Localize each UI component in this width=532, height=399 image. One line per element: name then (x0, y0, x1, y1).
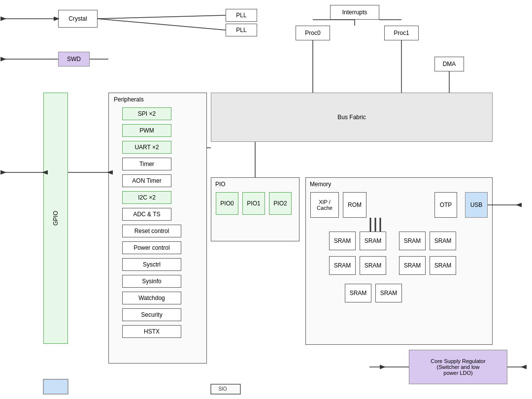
pll2-block: PLL (226, 24, 257, 36)
sram7-block: SRAM (399, 256, 426, 275)
hstx-block: HSTX (122, 325, 181, 338)
sram4-label: SRAM (434, 237, 452, 244)
pll1-label: PLL (236, 12, 246, 19)
otp-block: OTP (434, 192, 457, 218)
pio-label: PIO (215, 181, 226, 188)
watchdog-label: Watchdog (138, 295, 165, 301)
aon-timer-label: AON Timer (132, 177, 161, 184)
adc-ts-block: ADC & TS (122, 208, 171, 221)
power-control-block: Power control (122, 241, 181, 254)
sram9-label: SRAM (350, 290, 367, 297)
pio2-block: PIO2 (269, 192, 292, 215)
i2c-label: I2C ×2 (138, 194, 156, 201)
bus-fabric-label: Bus Fabric (337, 114, 366, 121)
crystal-block: Crystal (58, 10, 98, 28)
timer-block: Timer (122, 158, 171, 170)
rom-block: ROM (343, 192, 366, 218)
otp-label: OTP (440, 201, 452, 208)
spi-block: SPI ×2 (122, 107, 171, 120)
svg-text:SIO: SIO (218, 386, 227, 392)
rom-label: ROM (348, 201, 362, 208)
svg-rect-18 (211, 384, 240, 394)
gpio-block: GPIO (43, 93, 68, 344)
sram10-block: SRAM (375, 284, 402, 302)
uart-block: UART ×2 (122, 141, 171, 154)
adc-ts-label: ADC & TS (133, 211, 160, 218)
sysinfo-label: Sysinfo (142, 278, 161, 285)
xip-cache-label: XIP / Cache (317, 199, 332, 211)
sram3-block: SRAM (399, 232, 426, 250)
security-block: Security (122, 308, 181, 321)
pll1-block: PLL (226, 9, 257, 22)
pll2-label: PLL (236, 27, 246, 33)
core-supply-label: Core Supply Regulator (Switcher and low … (431, 358, 485, 376)
pio2-label: PIO2 (273, 200, 287, 207)
security-label: Security (141, 311, 162, 318)
reset-control-block: Reset control (122, 225, 181, 237)
sram2-label: SRAM (365, 237, 382, 244)
dma-label: DMA (443, 61, 456, 67)
sysinfo-block: Sysinfo (122, 275, 181, 288)
uart-label: UART ×2 (134, 144, 159, 151)
proc0-block: Proc0 (296, 26, 330, 40)
usb-label: USB (470, 201, 483, 208)
sysctrl-label: Sysctrl (143, 261, 161, 268)
svg-line-2 (98, 15, 226, 19)
timer-label: Timer (139, 161, 154, 167)
sram7-label: SRAM (404, 262, 421, 269)
i2c-block: I2C ×2 (122, 191, 171, 204)
sram2-block: SRAM (360, 232, 386, 250)
sram3-label: SRAM (404, 237, 421, 244)
swd-block: SWD (58, 52, 90, 66)
usb-block: USB (465, 192, 488, 218)
swd-label: SWD (67, 56, 81, 63)
sram1-label: SRAM (334, 237, 351, 244)
spi-label: SPI ×2 (138, 110, 156, 117)
interrupts-block: Interrupts (330, 5, 379, 20)
peripherals-label: Peripherals (114, 96, 144, 103)
svg-rect-17 (43, 379, 68, 394)
sram6-label: SRAM (365, 262, 382, 269)
watchdog-block: Watchdog (122, 292, 181, 304)
sram5-block: SRAM (329, 256, 356, 275)
sram10-label: SRAM (380, 290, 398, 297)
pio0-block: PIO0 (216, 192, 238, 215)
bus-fabric-block: Bus Fabric (211, 93, 493, 142)
power-control-label: Power control (133, 244, 169, 251)
reset-control-label: Reset control (134, 228, 169, 234)
crystal-label: Crystal (68, 15, 87, 22)
xip-cache-block: XIP / Cache (310, 192, 339, 218)
memory-label: Memory (310, 181, 331, 188)
pwm-block: PWM (122, 124, 171, 137)
pwm-label: PWM (139, 127, 154, 134)
sram1-block: SRAM (329, 232, 356, 250)
proc0-label: Proc0 (305, 30, 320, 36)
pio1-label: PIO1 (247, 200, 260, 207)
sysctrl-block: Sysctrl (122, 258, 181, 271)
interrupts-label: Interrupts (342, 9, 367, 16)
core-supply-block: Core Supply Regulator (Switcher and low … (409, 350, 507, 384)
sram9-block: SRAM (345, 284, 371, 302)
sram8-label: SRAM (434, 262, 452, 269)
sram4-block: SRAM (430, 232, 456, 250)
sram6-block: SRAM (360, 256, 386, 275)
pio1-block: PIO1 (242, 192, 265, 215)
sram5-label: SRAM (334, 262, 351, 269)
proc1-label: Proc1 (394, 30, 409, 36)
dma-block: DMA (434, 57, 464, 71)
proc1-block: Proc1 (384, 26, 419, 40)
hstx-label: HSTX (144, 328, 160, 335)
sram8-block: SRAM (430, 256, 456, 275)
svg-line-3 (98, 19, 226, 30)
gpio-label: GPIO (52, 211, 59, 226)
diagram-container: { "title": "RP2350 Block Diagram", "bloc… (0, 0, 532, 399)
aon-timer-block: AON Timer (122, 174, 171, 187)
pio0-label: PIO0 (220, 200, 233, 207)
